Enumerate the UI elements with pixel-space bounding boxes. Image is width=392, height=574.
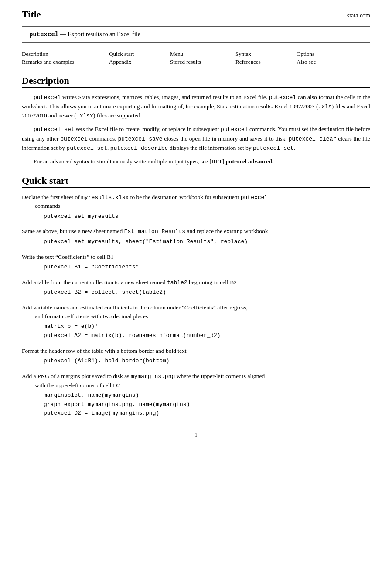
desc-p1-cmd1: putexcel — [34, 94, 61, 101]
qs-item-6: Format the header row of the table with … — [22, 347, 370, 366]
quickstart-heading: Quick start — [22, 175, 370, 188]
nav-description[interactable]: Description — [22, 51, 109, 58]
desc-p1-cmd2: putexcel — [269, 94, 296, 101]
nav-stored[interactable]: Stored results — [170, 58, 235, 65]
desc-p2-set2: putexcel set — [66, 145, 107, 151]
desc-p2-cmd2: putexcel — [60, 136, 87, 142]
header-cmd: putexcel — [29, 31, 58, 38]
qs-item-6-desc: Format the header row of the table with … — [22, 347, 370, 355]
qs-i2-estresults: Estimation Results — [124, 228, 185, 235]
qs-item-7: Add a PNG of a margins plot saved to dis… — [22, 372, 370, 418]
qs-item-7-code: marginsplot, name(mymargins) graph expor… — [44, 391, 370, 418]
desc-p2-clear: putexcel clear — [288, 136, 336, 142]
desc-p2-save: putexcel save — [118, 136, 162, 142]
qs-item-5-desc: Add variable names and estimated coeffic… — [22, 303, 370, 321]
description-para2: putexcel set sets the Excel file to crea… — [22, 125, 370, 152]
nav-appendix[interactable]: Appendix — [109, 58, 170, 65]
nav-remarks[interactable]: Remarks and examples — [22, 58, 109, 65]
qs-item-6-code: putexcel (A1:B1), bold border(bottom) — [44, 357, 370, 366]
quickstart-section: Quick start Declare the first sheet of m… — [22, 175, 370, 418]
qs-i1-putexcel: putexcel — [241, 194, 268, 201]
desc-p2-set: putexcel set — [34, 126, 75, 133]
qs-item-1: Declare the first sheet of myresults.xls… — [22, 193, 370, 221]
qs-item-4-code: putexcel B2 = collect, sheet(table2) — [44, 288, 370, 297]
qs-item-2-code: putexcel set myresults, sheet("Estimatio… — [44, 237, 370, 247]
nav-references[interactable]: References — [235, 58, 297, 65]
site-label: stata.com — [347, 12, 370, 19]
description-para1: putexcel writes Stata expressions, matri… — [22, 93, 370, 120]
description-para3: For an advanced syntax to simultaneously… — [22, 157, 370, 166]
qs-item-3-code: putexcel B1 = "Coefficients" — [44, 263, 370, 272]
desc-p2-cmd1: putexcel — [221, 126, 248, 133]
description-section: Description putexcel writes Stata expres… — [22, 75, 370, 166]
nav-table: Description Quick start Menu Syntax Opti… — [22, 51, 370, 65]
qs-item-3-desc: Write the text “Coefficients” to cell B1 — [22, 253, 370, 261]
page-number: 1 — [22, 431, 370, 438]
description-heading: Description — [22, 75, 370, 88]
desc-p2-describe: putexcel describe — [110, 145, 168, 151]
qs-item-2-desc: Same as above, but use a new sheet named… — [22, 227, 370, 236]
qs-item-2: Same as above, but use a new sheet named… — [22, 227, 370, 246]
qs-item-7-desc: Add a PNG of a margins plot saved to dis… — [22, 372, 370, 390]
qs-item-5-code: matrix b = e(b)' putexcel A2 = matrix(b)… — [44, 322, 370, 340]
page-title: Title — [22, 9, 41, 20]
qs-i4-table2: table2 — [167, 279, 187, 286]
qs-item-4: Add a table from the current collection … — [22, 278, 370, 297]
nav-options[interactable]: Options — [297, 51, 349, 58]
header-box: putexcel — Export results to an Excel fi… — [22, 26, 370, 43]
nav-quickstart[interactable]: Quick start — [109, 51, 170, 58]
qs-item-1-desc: Declare the first sheet of myresults.xls… — [22, 193, 370, 211]
nav-alsosee[interactable]: Also see — [297, 58, 349, 65]
qs-item-5: Add variable names and estimated coeffic… — [22, 303, 370, 340]
qs-item-3: Write the text “Coefficients” to cell B1… — [22, 253, 370, 272]
header-dash: — — [60, 31, 66, 38]
desc-p2-set3: putexcel set — [253, 145, 294, 151]
qs-item-1-code: putexcel set myresults — [44, 212, 370, 221]
desc-p1-xls: .xls — [318, 103, 331, 110]
title-bar: Title stata.com — [22, 9, 370, 20]
qs-item-4-desc: Add a table from the current collection … — [22, 278, 370, 287]
nav-menu[interactable]: Menu — [170, 51, 235, 58]
header-description: Export results to an Excel file — [68, 31, 140, 38]
page: Title stata.com putexcel — Export result… — [0, 0, 392, 574]
qs-i7-png: mymargins.png — [131, 373, 175, 380]
nav-syntax[interactable]: Syntax — [235, 51, 297, 58]
qs-i1-code-inline: myresults.xlsx — [81, 194, 129, 201]
desc-p1-xlsx: .xlsx — [76, 113, 93, 119]
